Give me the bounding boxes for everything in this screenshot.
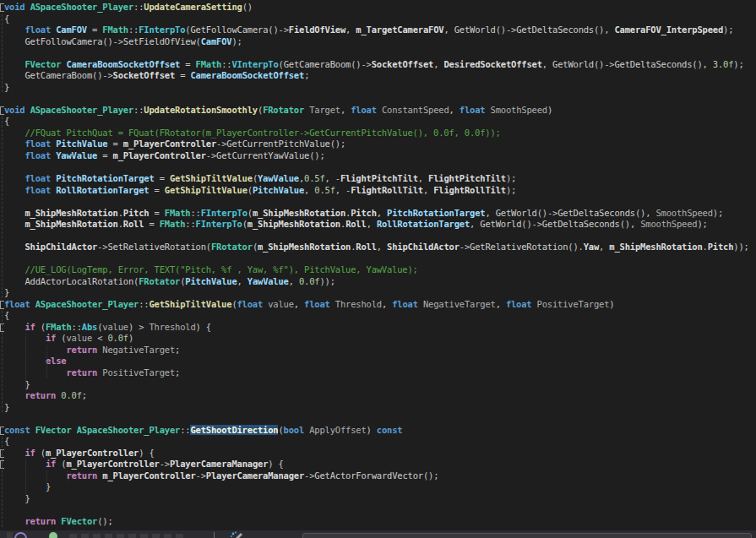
code-line[interactable]: if (m_PlayerController->PlayerCameraMana… xyxy=(4,459,756,470)
code-line[interactable]: return PositiveTarget; xyxy=(4,367,756,379)
code-line[interactable]: //UE_LOG(LogTemp, Error, TEXT("Pitch, %f… xyxy=(4,264,756,276)
code-line[interactable]: GetCameraBoom()->SocketOffset = CameraBo… xyxy=(4,70,756,82)
code-token: FInterpTo xyxy=(201,208,247,218)
code-token: CameraFOV_InterpSpeed xyxy=(615,24,724,35)
code-area[interactable]: void ASpaceShooter_Player::UpdateCameraS… xyxy=(0,0,756,530)
code-line[interactable]: if (m_PlayerController) { xyxy=(4,448,756,459)
code-line[interactable]: return FVector(); xyxy=(4,516,756,528)
code-token: m_PlayerController xyxy=(66,459,159,469)
code-token: :: xyxy=(185,219,195,229)
code-token: Abs xyxy=(82,322,97,332)
code-line[interactable]: } xyxy=(4,493,756,505)
code-line[interactable]: } xyxy=(4,481,756,493)
code-line[interactable]: float PitchValue = m_PlayerController->G… xyxy=(4,139,756,150)
code-token: float xyxy=(506,299,532,309)
code-token: float xyxy=(237,299,264,309)
code-line[interactable] xyxy=(4,47,756,59)
code-token: value xyxy=(268,299,294,309)
code-token: ( xyxy=(35,448,46,458)
code-line[interactable]: else xyxy=(4,356,756,367)
code-token xyxy=(4,150,25,160)
code-token: m_PlayerController xyxy=(113,150,206,160)
code-line[interactable]: float CamFOV = FMath::FInterpTo(GetFollo… xyxy=(4,24,756,36)
code-line[interactable] xyxy=(4,504,756,516)
code-line[interactable] xyxy=(4,93,756,105)
code-line[interactable]: m_ShipMeshRotation.Roll = FMath::FInterp… xyxy=(4,219,756,231)
code-line[interactable]: //FQuat PitchQuat = FQuat(FRotator(m_Pla… xyxy=(4,128,756,139)
code-token: m_ShipMeshRotation xyxy=(258,242,351,252)
code-line[interactable]: return NegativeTarget; xyxy=(4,345,756,356)
code-line[interactable]: float ASpaceShooter_Player::GetShipTiltV… xyxy=(4,299,756,311)
code-token: GetFollowCamera xyxy=(25,36,103,46)
code-line[interactable]: } xyxy=(4,82,756,94)
code-token: ; xyxy=(175,367,180,378)
panel-edge xyxy=(7,532,13,538)
code-line[interactable]: if (FMath::Abs(value) > Threshold) { xyxy=(4,322,756,334)
code-line[interactable]: void ASpaceShooter_Player::UpdateRotatio… xyxy=(4,105,756,117)
panel-input-bar[interactable] xyxy=(302,533,752,538)
code-token: ApplyOffset xyxy=(309,425,366,435)
code-token: GetShipTiltValue xyxy=(170,173,253,183)
code-line[interactable] xyxy=(4,161,756,173)
code-line[interactable] xyxy=(4,231,756,242)
avatar-ring-icon[interactable] xyxy=(14,532,27,538)
code-line[interactable] xyxy=(4,413,756,425)
code-token: , xyxy=(470,219,480,229)
code-line[interactable]: { xyxy=(4,116,756,128)
code-line[interactable]: float YawValue = m_PlayerController->Get… xyxy=(4,150,756,162)
code-token: if xyxy=(46,459,56,469)
code-token: GetWorld xyxy=(496,208,537,218)
code-token: , xyxy=(304,185,314,195)
code-token: ( xyxy=(56,459,66,469)
code-token: ); xyxy=(713,208,723,218)
code-line[interactable]: const FVector ASpaceShooter_Player::GetS… xyxy=(4,425,756,437)
code-token: GetDeltaSeconds xyxy=(516,24,594,35)
code-line[interactable]: GetFollowCamera()->SetFieldOfView(CamFOV… xyxy=(4,36,756,48)
code-line[interactable]: void ASpaceShooter_Player::UpdateCameraS… xyxy=(4,2,756,14)
code-line[interactable]: m_ShipMeshRotation.Pitch = FMath::FInter… xyxy=(4,208,756,220)
code-line[interactable] xyxy=(4,196,756,208)
code-token: FieldOfView xyxy=(289,24,345,35)
code-token: PositiveTarget xyxy=(102,367,175,378)
code-token: SmoothSpeed xyxy=(655,208,712,218)
code-token xyxy=(4,448,25,458)
code-token: ); xyxy=(733,59,743,69)
code-line[interactable]: ShipChildActor->SetRelativeRotation(FRot… xyxy=(4,242,756,253)
code-line[interactable]: float RollRotationTarget = GetShipTiltVa… xyxy=(4,185,756,197)
code-line[interactable]: return 0.0f; xyxy=(4,390,756,402)
code-line[interactable]: float PitchRotationTarget = GetShipTiltV… xyxy=(4,173,756,185)
code-line[interactable]: } xyxy=(4,287,756,299)
code-token: < xyxy=(92,333,107,343)
code-token: :: xyxy=(128,24,139,35)
code-token: () xyxy=(242,2,253,12)
code-token: { xyxy=(4,436,9,446)
code-token: GetShipTiltValue xyxy=(149,299,231,309)
status-dot-icon[interactable] xyxy=(49,532,57,538)
code-token: ) { xyxy=(196,322,211,332)
code-token: (); xyxy=(97,516,112,526)
code-token: , xyxy=(367,219,377,229)
code-token: ()-> xyxy=(496,24,517,35)
code-token: ) > xyxy=(128,322,150,332)
code-token: PitchRotationTarget xyxy=(387,208,485,218)
code-line[interactable]: } xyxy=(4,402,756,414)
code-token: { xyxy=(4,116,9,126)
code-token: DesiredSocketOffset xyxy=(443,59,541,69)
code-line[interactable]: return m_PlayerController->PlayerCameraM… xyxy=(4,470,756,482)
selected-word: GetShootDirection xyxy=(190,425,278,435)
code-token: ) xyxy=(367,425,377,435)
code-line[interactable]: { xyxy=(4,310,756,322)
code-line[interactable]: FVector CameraBoomSocketOffset = FMath::… xyxy=(4,59,756,71)
ai-pencil-icon[interactable] xyxy=(230,531,243,538)
code-line[interactable]: { xyxy=(4,14,756,25)
code-token: CameraBoomSocketOffset xyxy=(66,59,180,69)
code-line[interactable] xyxy=(4,253,756,265)
code-line[interactable]: } xyxy=(4,379,756,391)
code-token: FRotator xyxy=(263,105,304,115)
code-token: -> xyxy=(97,242,107,252)
code-line[interactable]: AddActorLocalRotation(FRotator(PitchValu… xyxy=(4,276,756,288)
code-line[interactable]: if (value < 0.0f) xyxy=(4,333,756,345)
code-token: ; xyxy=(304,70,309,80)
code-line[interactable]: { xyxy=(4,436,756,448)
code-token: YawValue xyxy=(247,276,289,286)
